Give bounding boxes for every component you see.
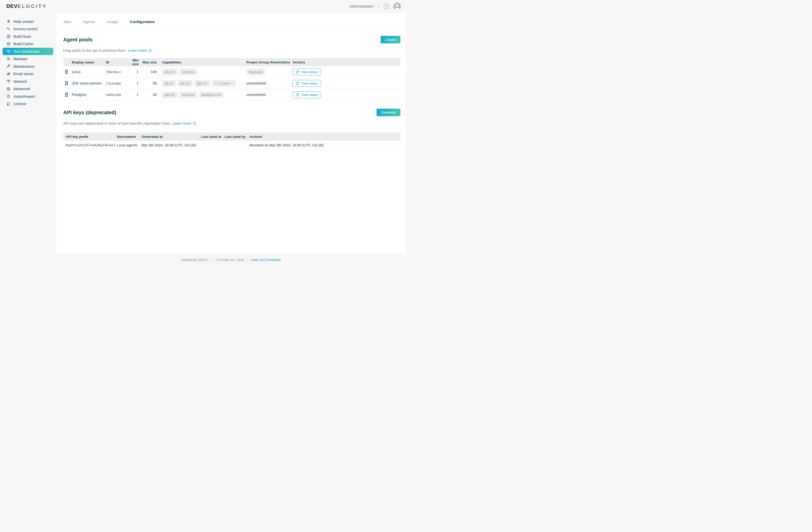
tab-configuration[interactable]: Configuration — [130, 19, 155, 24]
pool-max-size: 50 — [139, 81, 157, 85]
agent-pools-header-row: Display name ID Min size Max size Capabi… — [63, 58, 401, 66]
sidebar-item-access-control[interactable]: Access control — [0, 25, 56, 33]
col-restrictions: Project Group Restrictions — [246, 60, 293, 64]
footer-version: Develocity 2024.1 — [181, 258, 208, 262]
pool-id: j7y2xmqt — [106, 82, 126, 85]
network-hub-icon — [6, 49, 11, 54]
col-generated-at: Generated at — [139, 135, 199, 139]
sidebar-item-label: License — [13, 102, 26, 106]
api-keys-learn-more-link[interactable]: Learn more — [173, 121, 196, 125]
tab-jobs[interactable]: Jobs — [63, 19, 71, 24]
tab-usage[interactable]: Usage — [107, 19, 118, 24]
sidebar-item-test-distribution[interactable]: Test Distribution — [2, 48, 53, 55]
external-link-icon — [295, 70, 299, 74]
network-tree-icon — [6, 79, 11, 84]
col-api-key-prefix: API key prefix — [63, 135, 114, 139]
pool-display-name: JDK cross-version — [72, 81, 106, 85]
sidebar-item-network[interactable]: Network — [0, 78, 56, 85]
sidebar-item-backups[interactable]: Backups — [0, 55, 56, 63]
external-link-icon — [148, 49, 152, 52]
help-and-feedback-link[interactable]: Help and Feedback — [251, 258, 281, 262]
sidebar: Help contact Access control Build Scan B… — [0, 12, 56, 266]
sidebar-item-advanced[interactable]: Advanced — [0, 85, 56, 92]
sidebar-item-email-server[interactable]: Email server — [0, 70, 56, 78]
envelope-card-icon — [6, 72, 11, 76]
col-max-size: Max size — [139, 60, 157, 64]
wrench-icon — [6, 64, 11, 69]
capability-chip: jdk=17 — [194, 80, 210, 87]
view-status-button[interactable]: View status — [293, 91, 321, 98]
top-bar: DEV ELOCITY Administration | ? — [0, 0, 406, 12]
pool-display-name: Postgres — [72, 92, 106, 97]
external-link-icon — [193, 122, 196, 125]
col-actions: Actions — [293, 60, 401, 64]
sidebar-item-label: Maintenance — [13, 64, 34, 69]
api-key-prefix: 6yphtxu2vs257cwky6w23kcwv3 — [63, 143, 114, 147]
sidebar-item-build-cache[interactable]: Build Cache — [0, 40, 56, 48]
api-keys-table: API key prefix Description Generated at … — [63, 132, 401, 150]
help-icon[interactable]: ? — [384, 3, 389, 9]
col-description: Description — [114, 135, 139, 139]
generate-button[interactable]: Generate — [377, 109, 401, 116]
sidebar-item-import-export[interactable]: Import/export — [0, 92, 56, 100]
logo-light-text: ELOCITY — [17, 3, 47, 9]
api-key-revoked-status: Revoked on Mar 5th 2024, 16:09 (UTC +01:… — [247, 143, 401, 147]
footer-copyright: © Gradle Inc. 2024 — [215, 258, 244, 262]
sidebar-item-label: Advanced — [13, 87, 30, 91]
agent-pools-learn-more-link[interactable]: Learn more — [128, 48, 152, 53]
agent-pools-table: Display name ID Min size Max size Capabi… — [63, 58, 401, 101]
col-last-used-by: Last used by — [222, 135, 247, 139]
table-row: Linux 756cdscc 1 100 jdk=21 os=linux Bac… — [63, 66, 401, 78]
tab-agents[interactable]: Agents — [83, 19, 95, 24]
sidebar-item-license[interactable]: License — [0, 100, 56, 107]
restriction-chip: Backend — [246, 69, 265, 75]
capability-chip: os=linux — [179, 69, 197, 75]
external-link-icon — [295, 93, 299, 97]
pool-min-size: 1 — [126, 81, 139, 85]
key-icon — [6, 27, 11, 31]
api-key-description: Linux agents — [114, 143, 139, 147]
col-min-size: Min size — [126, 58, 139, 66]
database-icon — [6, 87, 11, 91]
main-panel: Jobs Agents Usage Configuration Agent po… — [56, 12, 406, 253]
pool-min-size: 1 — [126, 92, 139, 97]
col-actions: Actions — [247, 135, 401, 139]
drag-handle-icon[interactable] — [65, 81, 68, 85]
more-capabilities-chip[interactable]: 2 more — [212, 80, 236, 87]
restriction-text: unrestricted — [246, 92, 266, 97]
footer: Develocity 2024.1 | © Gradle Inc. 2024 |… — [56, 253, 406, 266]
pool-max-size: 20 — [139, 92, 157, 97]
drag-handle-icon[interactable] — [65, 92, 68, 97]
drag-handle-icon[interactable] — [65, 70, 68, 74]
create-button[interactable]: Create — [381, 36, 401, 43]
logo-bold-text: DEV — [6, 3, 17, 9]
sidebar-item-label: Build Cache — [13, 42, 33, 46]
sidebar-item-label: Help contact — [13, 19, 34, 24]
history-clock-icon — [6, 57, 11, 61]
sidebar-item-maintenance[interactable]: Maintenance — [0, 63, 56, 70]
document-arrow-icon — [6, 94, 11, 99]
agent-pools-title: Agent pools — [63, 37, 92, 43]
sidebar-item-label: Email server — [13, 72, 34, 76]
view-status-button[interactable]: View status — [293, 80, 321, 87]
archive-box-icon — [6, 42, 11, 46]
capability-chip: jdk=21 — [162, 92, 177, 98]
capability-chip: jdk=8 — [162, 80, 176, 87]
pool-max-size: 100 — [139, 70, 157, 74]
sidebar-item-help-contact[interactable]: Help contact — [0, 18, 56, 25]
sidebar-item-label: Network — [13, 80, 27, 84]
table-row: JDK cross-version j7y2xmqt 1 50 jdk=8 jd… — [63, 78, 401, 89]
administration-label[interactable]: Administration — [349, 4, 374, 9]
topbar-divider: | — [378, 4, 379, 9]
capability-chip: postgres=14 — [199, 92, 223, 98]
col-id: ID — [106, 60, 126, 64]
sidebar-item-label: Test Distribution — [13, 49, 40, 54]
sidebar-item-label: Build Scan — [13, 34, 31, 39]
sidebar-item-label: Import/export — [13, 95, 35, 99]
develocity-logo[interactable]: DEV ELOCITY — [6, 3, 47, 9]
agent-pools-hint: Drag pools to the top to prioritize them… — [63, 48, 127, 53]
sidebar-item-build-scan[interactable]: Build Scan — [0, 33, 56, 40]
col-capabilities: Capabilities — [157, 60, 246, 64]
view-status-button[interactable]: View status — [293, 69, 321, 75]
user-avatar[interactable] — [393, 2, 401, 10]
